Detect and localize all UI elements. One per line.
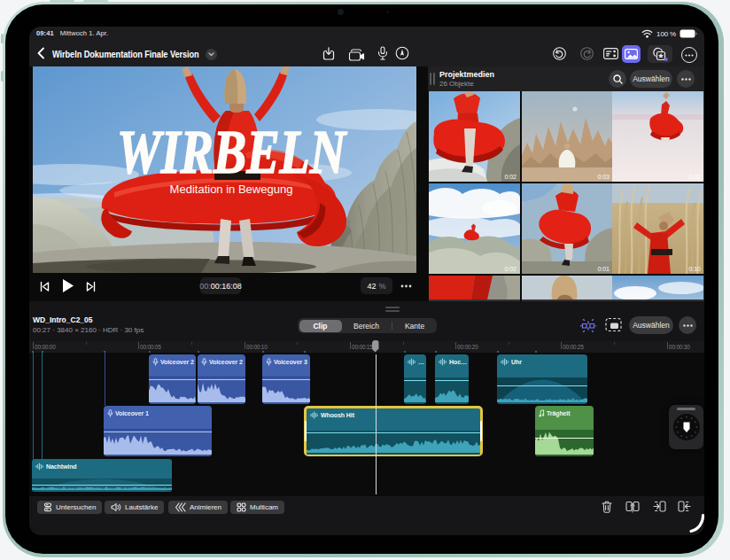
svg-text:WIRBELN: WIRBELN: [117, 118, 347, 186]
svg-text:Meditation in Bewegung: Meditation in Bewegung: [170, 183, 293, 196]
